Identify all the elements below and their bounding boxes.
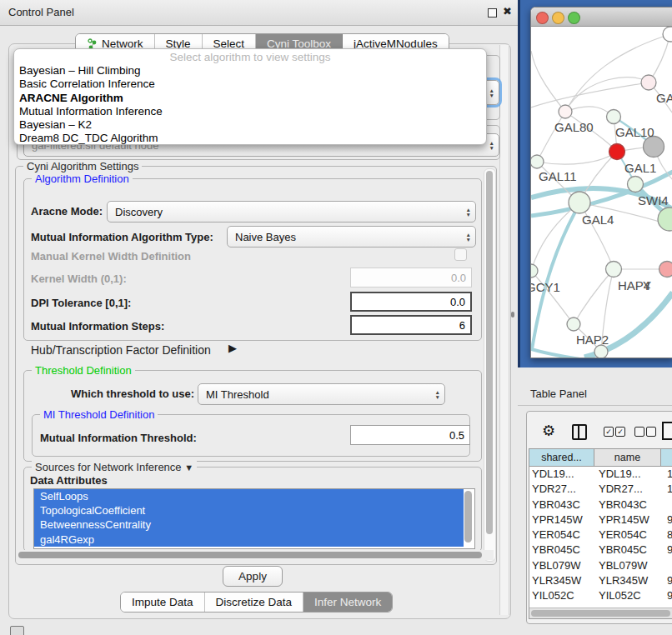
network-node[interactable] <box>594 345 608 358</box>
sources-collapse-arrow-icon[interactable]: ▼ <box>184 462 193 472</box>
network-window-titlebar[interactable] <box>531 8 672 27</box>
table-cell: 8. <box>664 528 672 542</box>
table-row[interactable]: YBR043CYBR043C <box>529 498 672 512</box>
network-node-gal10[interactable] <box>607 110 621 124</box>
table-cell: 9. <box>664 588 672 603</box>
document-icon[interactable] <box>662 422 672 440</box>
close-window-icon[interactable] <box>536 12 549 24</box>
column-header[interactable]: A <box>661 449 672 466</box>
control-panel-scrollbar-gutter[interactable] <box>499 45 509 615</box>
bottom-left-widget[interactable] <box>10 626 24 635</box>
network-node-gal11[interactable] <box>531 155 544 168</box>
attribute-item[interactable]: SelfLoops <box>34 489 464 503</box>
panel-divider-grip[interactable] <box>511 312 514 318</box>
kernel-width-field[interactable]: 0.0 <box>350 268 472 288</box>
data-attributes-listbox[interactable]: SelfLoopsTopologicalCoefficientBetweenne… <box>33 488 475 549</box>
table-row[interactable]: YER054CYER054C8. <box>529 528 672 542</box>
algorithm-option[interactable]: ARACNE Algorithm <box>14 92 486 105</box>
table-cell: YBR045C <box>529 542 596 558</box>
network-node-gal1[interactable] <box>609 144 625 160</box>
which-threshold-combo[interactable]: MI Threshold ▲▼ <box>198 383 445 405</box>
table-row[interactable]: YDR27...YDR27...12 <box>529 482 672 497</box>
algorithm-popup-placeholder: Select algorithm to view settings <box>14 49 486 64</box>
gear-icon[interactable]: ⚙ <box>542 422 555 440</box>
checked-checkbox-icon[interactable]: ✓ <box>604 427 614 437</box>
combo-stepper-icon: ▲▼ <box>435 390 440 399</box>
network-svg[interactable]: GALGAL80GAL10GAL1GAL11SWI4GAL4YHAP4GCY1H… <box>531 26 672 358</box>
unchecked-checkbox-icon[interactable] <box>634 427 644 437</box>
settings-hscroll-thumb[interactable] <box>18 552 482 558</box>
node-label: GAL1 <box>624 161 656 175</box>
mi-steps-field[interactable]: 6 <box>350 315 472 335</box>
table-row[interactable]: YPR145WYPR145W9. <box>529 512 672 528</box>
table-hscroll-thumb[interactable] <box>531 610 670 617</box>
attribute-item[interactable]: BetweennessCentrality <box>34 518 464 532</box>
algorithm-option[interactable]: Basic Correlation Inference <box>14 78 486 91</box>
tab-label: Impute Data <box>132 596 193 608</box>
sources-title-text: Sources for Network Inference <box>35 461 182 473</box>
network-node-gal4[interactable] <box>569 192 590 213</box>
minimize-window-icon[interactable] <box>552 12 564 24</box>
attributes-scrollbar[interactable] <box>464 491 472 542</box>
network-node-y[interactable] <box>659 262 672 278</box>
apply-button[interactable]: Apply <box>223 566 283 587</box>
network-node[interactable] <box>644 137 664 158</box>
network-node-gal[interactable] <box>641 75 656 90</box>
table-row[interactable]: YBR045CYBR045C9. <box>529 542 672 558</box>
mi-threshold-field[interactable]: 0.5 <box>350 425 470 445</box>
tab-discretize-data[interactable]: Discretize Data <box>205 592 304 612</box>
aracne-mode-combo[interactable]: Discovery ▲▼ <box>107 201 476 222</box>
table-cell <box>664 558 672 573</box>
float-panel-icon[interactable] <box>488 8 497 18</box>
table-cell: YBL079W <box>596 558 664 573</box>
combo-stepper-icon: ▲▼ <box>466 208 471 217</box>
column-header[interactable]: shared... <box>529 449 594 466</box>
settings-vscroll-thumb[interactable] <box>486 171 493 534</box>
dpi-tolerance-field[interactable]: 0.0 <box>350 292 472 312</box>
network-node-hap4[interactable] <box>606 262 622 278</box>
network-node[interactable] <box>663 27 672 42</box>
mi-type-combo[interactable]: Naive Bayes ▲▼ <box>227 226 476 248</box>
algorithm-option[interactable]: Bayesian – Hill Climbing <box>14 64 486 78</box>
network-node-gcy1[interactable] <box>531 264 538 278</box>
network-node-hap2[interactable] <box>567 318 580 331</box>
data-attributes-label: Data Attributes <box>30 474 108 487</box>
hub-definition-label: Hub/Transcription Factor Definition <box>31 343 211 357</box>
node-label: GAL10 <box>615 125 654 139</box>
table-row[interactable]: YBL079WYBL079W <box>529 558 672 573</box>
algorithm-option[interactable]: Dream8 DC_TDC Algorithm <box>14 132 486 145</box>
table-row[interactable]: YLR345WYLR345W9. <box>529 573 672 588</box>
unchecked-checkbox-icon[interactable] <box>646 427 656 437</box>
threshold-definition-title: Threshold Definition <box>32 364 135 377</box>
column-header[interactable]: name <box>594 449 661 466</box>
table-cell: YLR345W <box>596 573 664 588</box>
node-table[interactable]: shared...nameA YDL19...YDL19...13YDR27..… <box>529 448 672 619</box>
manual-kernel-checkbox[interactable] <box>454 248 467 261</box>
algorithm-option[interactable]: Mutual Information Inference <box>14 105 486 118</box>
network-node-gal80[interactable] <box>559 105 572 118</box>
settings-vscroll-track[interactable] <box>484 168 496 562</box>
attribute-item[interactable]: gal4RGexp <box>34 532 464 547</box>
table-cell: 9. <box>664 512 672 528</box>
network-node-swi4[interactable] <box>628 177 644 192</box>
table-row[interactable]: YDL19...YDL19...13 <box>529 467 672 482</box>
table-cell: YBR045C <box>596 542 664 558</box>
settings-hscroll-track[interactable] <box>17 550 494 560</box>
tab-label: Infer Network <box>314 596 381 608</box>
tab-impute-data[interactable]: Impute Data <box>121 592 205 612</box>
table-row[interactable]: YIL052CYIL052C9. <box>529 588 672 603</box>
dpi-tolerance-value: 0.0 <box>450 296 465 308</box>
attribute-item[interactable]: TopologicalCoefficient <box>34 503 464 518</box>
hub-expand-arrow-icon[interactable]: ▶ <box>228 342 237 354</box>
zoom-window-icon[interactable] <box>568 12 580 24</box>
table-cell: 9. <box>664 542 672 558</box>
node-label: GAL4 <box>582 212 614 227</box>
columns-icon[interactable] <box>572 424 587 440</box>
table-hscroll-track[interactable] <box>529 608 672 618</box>
checked-checkbox-icon[interactable]: ✓ <box>615 427 625 437</box>
which-threshold-label: Which threshold to use: <box>71 388 194 400</box>
tab-infer-network[interactable]: Infer Network <box>303 592 392 612</box>
algorithm-option[interactable]: Bayesian – K2 <box>14 118 486 132</box>
close-panel-icon[interactable]: ✖ <box>503 5 512 18</box>
node-label: GAL80 <box>554 120 594 134</box>
